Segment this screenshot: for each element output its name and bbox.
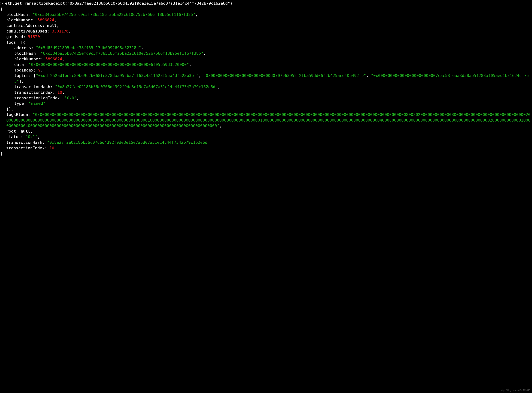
close-brace: } xyxy=(0,151,532,157)
log-transactionIndex: transactionIndex: 10, xyxy=(0,90,532,95)
log-transactionHash: transactionHash: "0x8a27fae02186b56c0766… xyxy=(0,84,532,90)
row-blockNumber: blockNumber: 5896824, xyxy=(0,17,532,23)
row-gasUsed: gasUsed: 51820, xyxy=(0,34,532,40)
terminal-output: > eth.getTransactionReceipt("0x8a27fae02… xyxy=(0,0,532,157)
prompt: > xyxy=(0,1,5,6)
row-cumulativeGasUsed: cumulativeGasUsed: 3301176, xyxy=(0,29,532,34)
log-data: data: "0x0000000000000000000000000000000… xyxy=(0,62,532,68)
log-topics: topics: ["0xddf252ad1be2c89b69c2b068fc37… xyxy=(0,73,532,84)
row-logs-close: }], xyxy=(0,106,532,112)
row-contractAddress: contractAddress: null, xyxy=(0,23,532,29)
row-root: root: null, xyxy=(0,129,532,134)
open-brace: { xyxy=(0,6,532,12)
row-transactionHash: transactionHash: "0x8a27fae02186b56c0766… xyxy=(0,140,532,145)
row-logsBloom: logsBloom: "0x00000000000000000000000000… xyxy=(0,112,532,129)
log-address: address: "0x5d65d971895edc438f465c17db69… xyxy=(0,45,532,51)
log-type: type: "mined" xyxy=(0,101,532,106)
command-line: > eth.getTransactionReceipt("0x8a27fae02… xyxy=(0,1,532,6)
log-blockNumber: blockNumber: 5896824, xyxy=(0,56,532,62)
row-status: status: "0x1", xyxy=(0,134,532,140)
row-blockHash: blockHash: "0xc534ba35b07425efc9c5f73651… xyxy=(0,12,532,18)
row-transactionIndex: transactionIndex: 10 xyxy=(0,145,532,151)
row-logs-open: logs: [{ xyxy=(0,40,532,45)
log-blockHash: blockHash: "0xc534ba35b07425efc9c5f73651… xyxy=(0,51,532,56)
log-transactionLogIndex: transactionLogIndex: "0x0", xyxy=(0,95,532,101)
command-text: eth.getTransactionReceipt("0x8a27fae0218… xyxy=(5,1,233,6)
log-logIndex: logIndex: 9, xyxy=(0,68,532,73)
